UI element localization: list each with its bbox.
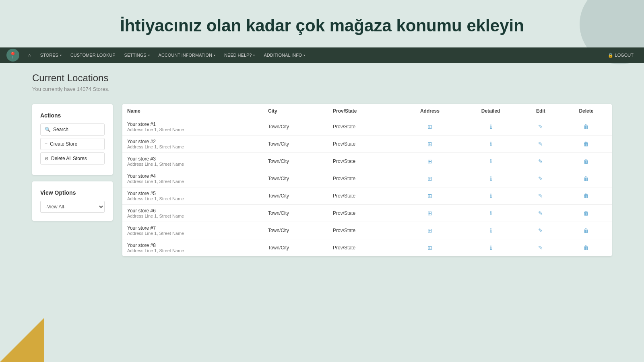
col-detailed: Detailed	[460, 104, 521, 118]
cell-city: Town/City	[263, 239, 328, 257]
cell-delete: 🗑	[561, 187, 612, 205]
cell-prov: Prov/State	[328, 187, 399, 205]
stores-table-panel: Name City Prov/State Address Detailed Ed…	[122, 104, 612, 256]
address-map-button[interactable]: ⊞	[426, 192, 434, 200]
chevron-down-icon: ▾	[253, 53, 255, 57]
nav-customer-lookup[interactable]: CUSTOMER LOOKUP	[66, 47, 120, 63]
create-store-button[interactable]: + Create Store	[40, 138, 105, 150]
nav-settings[interactable]: SETTINGS ▾	[120, 47, 154, 63]
cell-city: Town/City	[263, 222, 328, 239]
nav-home[interactable]: ⌂	[24, 47, 35, 63]
cell-detailed: ℹ	[460, 118, 521, 136]
delete-row-button[interactable]: 🗑	[582, 175, 590, 183]
search-icon: 🔍	[45, 127, 51, 132]
cell-city: Town/City	[263, 187, 328, 205]
cell-edit: ✎	[521, 136, 561, 153]
address-map-button[interactable]: ⊞	[426, 226, 434, 234]
address-map-button[interactable]: ⊞	[426, 209, 434, 217]
col-name: Name	[122, 104, 263, 118]
logo[interactable]: 📍	[6, 49, 19, 62]
edit-button[interactable]: ✎	[537, 209, 545, 217]
cell-name: Your store #1 Address Line 1, Street Nam…	[122, 118, 263, 136]
detailed-info-button[interactable]: ℹ	[488, 140, 493, 148]
cell-detailed: ℹ	[460, 222, 521, 239]
detailed-info-button[interactable]: ℹ	[488, 192, 493, 200]
cell-city: Town/City	[263, 170, 328, 187]
cell-prov: Prov/State	[328, 118, 399, 136]
cell-detailed: ℹ	[460, 205, 521, 222]
detailed-info-button[interactable]: ℹ	[488, 209, 493, 217]
cell-name: Your store #2 Address Line 1, Street Nam…	[122, 136, 263, 153]
address-map-button[interactable]: ⊞	[426, 157, 434, 165]
cell-edit: ✎	[521, 118, 561, 136]
nav-stores[interactable]: STORES ▾	[36, 47, 66, 63]
col-edit: Edit	[521, 104, 561, 118]
table-row: Your store #4 Address Line 1, Street Nam…	[122, 170, 612, 187]
cell-address: ⊞	[399, 239, 461, 257]
nav-additional-info[interactable]: ADDITIONAL INFO ▾	[260, 47, 309, 63]
cell-prov: Prov/State	[328, 170, 399, 187]
edit-button[interactable]: ✎	[537, 244, 545, 252]
delete-icon: ⊖	[45, 156, 49, 161]
left-column: Actions 🔍 Search + Create Store ⊖ Delete…	[32, 104, 113, 221]
cell-city: Town/City	[263, 205, 328, 222]
navbar: 📍 ⌂ STORES ▾ CUSTOMER LOOKUP SETTINGS ▾ …	[0, 47, 644, 63]
address-map-button[interactable]: ⊞	[426, 244, 434, 252]
cell-city: Town/City	[263, 136, 328, 153]
cell-detailed: ℹ	[460, 239, 521, 257]
stores-table: Name City Prov/State Address Detailed Ed…	[122, 104, 612, 256]
detailed-info-button[interactable]: ℹ	[488, 123, 493, 131]
chevron-down-icon: ▾	[60, 53, 62, 57]
address-map-button[interactable]: ⊞	[426, 175, 434, 183]
cell-detailed: ℹ	[460, 136, 521, 153]
cell-delete: 🗑	[561, 136, 612, 153]
edit-button[interactable]: ✎	[537, 140, 545, 148]
cell-address: ⊞	[399, 170, 461, 187]
delete-row-button[interactable]: 🗑	[582, 226, 590, 234]
search-button[interactable]: 🔍 Search	[40, 123, 105, 136]
chevron-down-icon: ▾	[148, 53, 150, 57]
edit-button[interactable]: ✎	[537, 226, 545, 234]
delete-row-button[interactable]: 🗑	[582, 244, 590, 252]
cell-delete: 🗑	[561, 170, 612, 187]
col-prov: Prov/State	[328, 104, 399, 118]
actions-title: Actions	[40, 112, 105, 119]
table-row: Your store #5 Address Line 1, Street Nam…	[122, 187, 612, 205]
cell-name: Your store #6 Address Line 1, Street Nam…	[122, 205, 263, 222]
delete-row-button[interactable]: 🗑	[582, 123, 590, 131]
nav-need-help[interactable]: NEED HELP? ▾	[220, 47, 259, 63]
cell-delete: 🗑	[561, 118, 612, 136]
delete-row-button[interactable]: 🗑	[582, 209, 590, 217]
cell-prov: Prov/State	[328, 153, 399, 170]
delete-row-button[interactable]: 🗑	[582, 157, 590, 165]
page-title: Current Locations	[32, 72, 612, 84]
detailed-info-button[interactable]: ℹ	[488, 157, 493, 165]
address-map-button[interactable]: ⊞	[426, 123, 434, 131]
edit-button[interactable]: ✎	[537, 157, 545, 165]
cell-delete: 🗑	[561, 222, 612, 239]
layout-row: Actions 🔍 Search + Create Store ⊖ Delete…	[32, 104, 612, 256]
edit-button[interactable]: ✎	[537, 175, 545, 183]
table-row: Your store #2 Address Line 1, Street Nam…	[122, 136, 612, 153]
col-city: City	[263, 104, 328, 118]
chevron-down-icon: ▾	[303, 53, 305, 57]
detailed-info-button[interactable]: ℹ	[488, 226, 493, 234]
edit-button[interactable]: ✎	[537, 123, 545, 131]
view-select[interactable]: -View All-	[40, 201, 105, 213]
plus-icon: +	[45, 141, 47, 147]
view-options-title: View Options	[40, 189, 105, 196]
cell-name: Your store #5 Address Line 1, Street Nam…	[122, 187, 263, 205]
delete-all-stores-button[interactable]: ⊖ Delete All Stores	[40, 152, 105, 165]
delete-row-button[interactable]: 🗑	[582, 140, 590, 148]
cell-edit: ✎	[521, 205, 561, 222]
cell-name: Your store #3 Address Line 1, Street Nam…	[122, 153, 263, 170]
cell-city: Town/City	[263, 118, 328, 136]
nav-logout[interactable]: 🔒 LOGOUT	[604, 53, 638, 58]
address-map-button[interactable]: ⊞	[426, 140, 434, 148]
edit-button[interactable]: ✎	[537, 192, 545, 200]
delete-row-button[interactable]: 🗑	[582, 192, 590, 200]
nav-account-information[interactable]: ACCOUNT INFORMATION ▾	[155, 47, 219, 63]
cell-prov: Prov/State	[328, 136, 399, 153]
detailed-info-button[interactable]: ℹ	[488, 175, 493, 183]
detailed-info-button[interactable]: ℹ	[488, 244, 493, 252]
